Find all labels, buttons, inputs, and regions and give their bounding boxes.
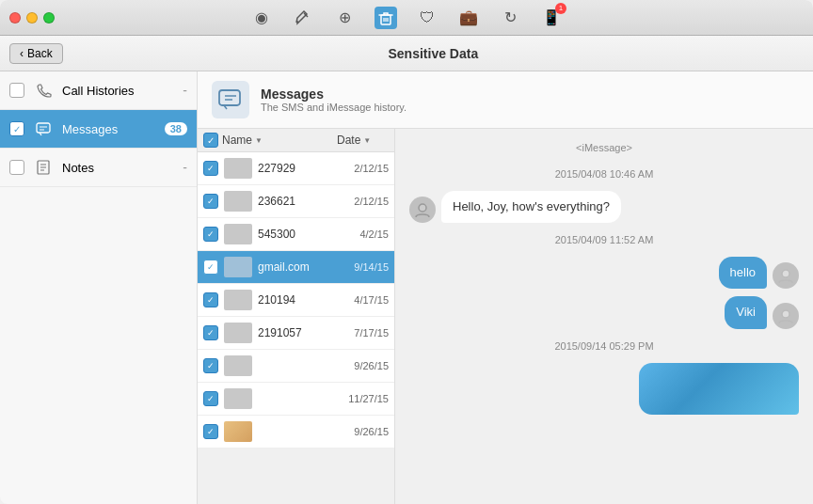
list-item[interactable]: ✓ 2191057 7/17/15 (198, 317, 394, 350)
row-checkbox[interactable]: ✓ (203, 194, 218, 209)
message-bubble: Viki (725, 296, 767, 328)
notes-icon (32, 156, 55, 179)
row-name: 2191057 (258, 326, 341, 339)
list-item[interactable]: ✓ 210194 4/17/15 (198, 284, 394, 317)
row-thumbnail (224, 323, 252, 343)
row-checkbox[interactable]: ✓ (203, 391, 218, 406)
row-checkbox[interactable]: ✓ (203, 260, 218, 275)
sidebar-item-notes[interactable]: Notes - (0, 149, 197, 187)
sync-icon[interactable]: ↻ (499, 7, 521, 29)
notes-label: Notes (62, 161, 175, 175)
sender-avatar (409, 197, 436, 223)
minimize-button[interactable] (26, 12, 38, 24)
message-row: hello (409, 257, 799, 289)
row-thumbnail (224, 158, 252, 179)
column-date: Date ▼ (337, 134, 389, 147)
back-chevron-icon: ‹ (20, 47, 24, 60)
content-header: Messages The SMS and iMessage history. (198, 71, 813, 129)
svg-point-4 (419, 204, 426, 212)
call-histories-icon (32, 79, 55, 102)
row-date: 9/14/15 (346, 261, 389, 273)
list-item[interactable]: ✓ 11/27/15 (198, 383, 394, 416)
list-rows: ✓ 227929 2/12/15 ✓ 236621 2/12/15 ✓ (198, 152, 394, 504)
svg-point-5 (782, 270, 789, 277)
content-header-text: Messages The SMS and iMessage history. (261, 87, 406, 113)
call-histories-checkbox[interactable] (9, 83, 24, 98)
maximize-button[interactable] (43, 12, 55, 24)
sidebar-item-call-histories[interactable]: Call Histories - (0, 71, 197, 110)
list-item[interactable]: ✓ 545300 4/2/15 (198, 218, 394, 251)
notes-checkbox[interactable] (9, 160, 24, 175)
message-row: Hello, Joy, how's everything? (409, 191, 799, 223)
row-name: 227929 (258, 162, 341, 175)
row-name: 210194 (258, 293, 341, 307)
subtoolbar: ‹ Back Sensitive Data (0, 36, 813, 71)
main-content: Call Histories - ✓ Messages 38 (0, 71, 813, 504)
window-controls (9, 12, 55, 24)
broom-icon[interactable] (292, 7, 314, 29)
toolbar: ◉ ⊕ 🛡 💼 ↻ 📱 1 (250, 7, 563, 29)
list-item[interactable]: ✓ 9/26/15 (198, 416, 394, 449)
row-checkbox[interactable]: ✓ (203, 358, 218, 373)
row-checkbox[interactable]: ✓ (203, 424, 218, 439)
back-button[interactable]: ‹ Back (9, 43, 63, 64)
sidebar: Call Histories - ✓ Messages 38 (0, 71, 198, 504)
messages-checkbox[interactable]: ✓ (9, 121, 24, 136)
row-thumbnail (224, 388, 252, 409)
imessage-label: <iMessage> (409, 142, 799, 153)
row-thumbnail (224, 421, 252, 442)
row-checkbox[interactable]: ✓ (203, 227, 218, 242)
list-detail: ✓ Name ▼ Date ▼ ✓ 227929 (198, 129, 813, 504)
message-bubble: hello (719, 257, 767, 289)
message-row (409, 363, 799, 415)
select-all-checkbox[interactable]: ✓ (203, 133, 218, 148)
list-header: ✓ Name ▼ Date ▼ (198, 129, 394, 152)
content-subtitle: The SMS and iMessage history. (261, 102, 406, 113)
list-item[interactable]: ✓ 236621 2/12/15 (198, 185, 394, 218)
close-button[interactable] (9, 12, 21, 24)
list-item[interactable]: ✓ 9/26/15 (198, 350, 394, 383)
name-sort-arrow[interactable]: ▼ (255, 136, 263, 145)
row-checkbox[interactable]: ✓ (203, 292, 218, 307)
row-name: 236621 (258, 195, 341, 208)
briefcase-icon[interactable]: 💼 (457, 7, 480, 29)
content-title: Messages (261, 87, 406, 102)
call-histories-dash: - (183, 83, 187, 98)
phone-icon[interactable]: 📱 1 (540, 7, 563, 29)
shield-icon[interactable]: 🛡 (416, 7, 438, 29)
list-panel: ✓ Name ▼ Date ▼ ✓ 227929 (198, 129, 395, 504)
globe-icon[interactable]: ⊕ (333, 7, 356, 29)
column-name: Name ▼ (222, 134, 333, 147)
sidebar-item-messages[interactable]: ✓ Messages 38 (0, 110, 197, 149)
svg-rect-3 (219, 90, 240, 105)
messages-icon (32, 118, 55, 140)
row-date: 4/2/15 (346, 228, 389, 240)
row-thumbnail (224, 290, 252, 310)
row-date: 4/17/15 (346, 294, 389, 306)
page-title: Sensitive Data (63, 46, 804, 61)
list-item[interactable]: ✓ 227929 2/12/15 (198, 152, 394, 185)
titlebar: ◉ ⊕ 🛡 💼 ↻ 📱 1 (0, 0, 813, 36)
messages-label: Messages (62, 122, 157, 136)
row-date: 9/26/15 (346, 360, 389, 371)
row-date: 11/27/15 (346, 393, 389, 404)
row-checkbox[interactable]: ✓ (203, 161, 218, 176)
compass-icon[interactable]: ◉ (250, 7, 273, 29)
list-item[interactable]: ✓ gmail.com 9/14/15 (198, 251, 394, 284)
messages-badge: 38 (165, 122, 187, 135)
back-label: Back (27, 47, 53, 60)
receiver-avatar (773, 262, 799, 289)
timestamp-2: 2015/04/09 11:52 AM (409, 234, 799, 245)
message-row: Viki (409, 296, 799, 328)
notes-dash: - (183, 160, 187, 175)
row-thumbnail (224, 224, 252, 244)
content-header-icon (212, 81, 249, 118)
row-checkbox[interactable]: ✓ (203, 325, 218, 340)
content-area: Messages The SMS and iMessage history. ✓… (198, 71, 813, 504)
trash-icon[interactable] (375, 7, 397, 29)
svg-rect-1 (37, 123, 50, 133)
row-date: 7/17/15 (346, 327, 389, 339)
date-sort-arrow[interactable]: ▼ (363, 136, 371, 145)
row-date: 2/12/15 (346, 196, 389, 207)
row-thumbnail (224, 355, 252, 376)
